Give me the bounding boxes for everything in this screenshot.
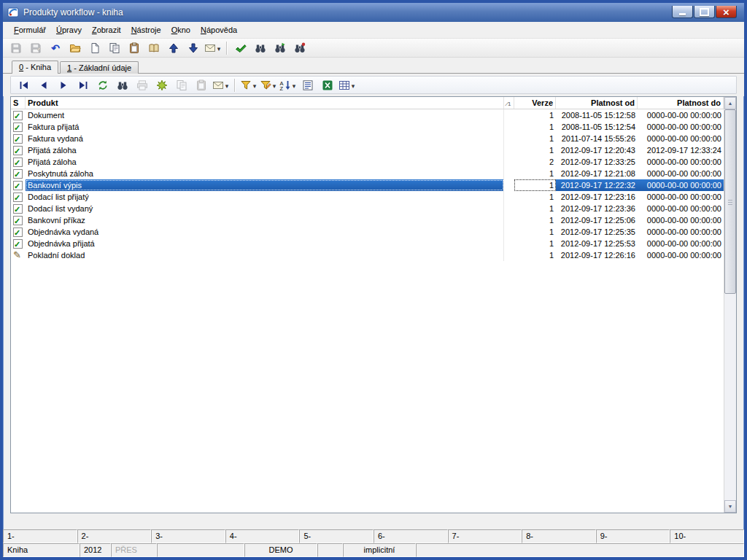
platnost-do-cell: 0000-00-00 00:00:00	[638, 191, 724, 203]
status-cell	[11, 133, 26, 144]
platnost-do-cell: 0000-00-00 00:00:00	[638, 238, 724, 249]
copy-button[interactable]	[105, 40, 124, 56]
column-header-platnost-od[interactable]: Platnost od	[556, 97, 638, 109]
print-icon	[136, 79, 148, 91]
menu-item-nastroje[interactable]: Nástroje	[126, 23, 166, 36]
status-checked-icon[interactable]	[13, 134, 23, 144]
new-document-button[interactable]	[85, 40, 104, 56]
move-down-button[interactable]	[184, 40, 203, 56]
grid-row[interactable]: Objednávka vydaná12012-09-17 12:25:35000…	[11, 226, 724, 238]
open-folder-button[interactable]	[66, 40, 85, 56]
undo-button[interactable]: ↶	[46, 40, 65, 56]
grid-row[interactable]: Pokladní doklad12012-09-17 12:26:160000-…	[11, 249, 724, 261]
platnost-do-cell: 0000-00-00 00:00:00	[638, 203, 724, 214]
find-special-button[interactable]	[290, 40, 309, 56]
status-checked-icon[interactable]	[13, 146, 23, 155]
nav-first-button[interactable]	[15, 77, 34, 93]
status-cell-2012: 2012	[80, 543, 111, 557]
status-checked-icon[interactable]	[13, 122, 23, 132]
grid-row[interactable]: Bankovní výpis12012-09-17 12:22:320000-0…	[11, 179, 724, 191]
grid-row[interactable]: Dokument12008-11-05 15:12:580000-00-00 0…	[11, 109, 724, 121]
filter-icon	[240, 79, 252, 91]
verze-cell: 1	[514, 249, 556, 261]
scroll-down-icon[interactable]	[724, 500, 736, 513]
star-button[interactable]	[152, 77, 171, 93]
excel-button[interactable]	[318, 77, 337, 93]
status-checked-icon[interactable]	[13, 111, 23, 120]
close-button[interactable]	[716, 6, 737, 18]
menu-item-napoveda[interactable]: Nápověda	[196, 23, 242, 36]
window-controls	[672, 6, 737, 18]
menu-item-zobrazit[interactable]: Zobrazit	[87, 23, 126, 36]
grid-row[interactable]: Poskytnutá záloha12012-09-17 12:21:08000…	[11, 168, 724, 179]
find-button[interactable]	[113, 77, 132, 93]
summary-button[interactable]	[298, 77, 317, 93]
grid-row[interactable]: Faktura přijatá12008-11-05 15:12:540000-…	[11, 121, 724, 133]
run-button[interactable]	[231, 40, 250, 56]
status-checked-icon[interactable]	[13, 204, 23, 214]
nav-next-button[interactable]	[54, 77, 73, 93]
find-button[interactable]	[251, 40, 270, 56]
status-checked-icon[interactable]	[13, 228, 23, 237]
minimize-button[interactable]	[672, 6, 693, 18]
move-up-button[interactable]	[164, 40, 183, 56]
status-cell	[11, 179, 26, 191]
dropdown-arrow-icon	[224, 81, 230, 90]
grid-row[interactable]: Bankovní příkaz12012-09-17 12:25:060000-…	[11, 214, 724, 226]
sort-cell	[504, 133, 514, 144]
table-view-button[interactable]	[338, 77, 357, 93]
tab-1-zakladni-udaje[interactable]: 1 - Základní údaje	[60, 61, 139, 74]
grid-row[interactable]: Přijatá záloha22012-09-17 12:33:250000-0…	[11, 156, 724, 168]
status-field-5: 5-	[299, 529, 374, 543]
nav-prev-button[interactable]	[34, 77, 53, 93]
mail-button[interactable]	[204, 40, 222, 56]
grid-row[interactable]: Faktura vydaná12011-07-14 15:55:260000-0…	[11, 133, 724, 144]
status-checked-icon[interactable]	[13, 158, 23, 167]
grid-row[interactable]: Dodací list vydaný12012-09-17 12:23:3600…	[11, 203, 724, 214]
find-next-icon	[274, 42, 286, 54]
mail-button[interactable]	[212, 77, 231, 93]
platnost-do-cell: 0000-00-00 00:00:00	[638, 133, 724, 144]
sort-az-button[interactable]: AZ	[279, 77, 298, 93]
grid-row[interactable]: Objednávka přijatá12012-09-17 12:25:5300…	[11, 238, 724, 249]
run-icon	[235, 42, 247, 54]
sort-indicator-column[interactable]: 1	[504, 97, 514, 109]
toolbar-separator	[226, 42, 228, 55]
menu-item-formular[interactable]: Formulář	[9, 23, 51, 36]
filter-button[interactable]	[239, 77, 258, 93]
tab-0-kniha[interactable]: 0 - Kniha	[12, 61, 58, 74]
paste-icon	[128, 42, 140, 54]
book-button[interactable]	[144, 40, 163, 56]
svg-text:Z: Z	[280, 85, 284, 91]
platnost-od-cell: 2008-11-05 15:12:58	[556, 109, 638, 121]
find-next-button[interactable]	[271, 40, 290, 56]
column-header-platnost-do[interactable]: Platnost do	[638, 97, 724, 109]
menu-item-okno[interactable]: Okno	[166, 23, 196, 36]
column-header-produkt[interactable]: Produkt	[26, 97, 504, 109]
platnost-od-cell: 2012-09-17 12:25:06	[556, 214, 638, 226]
nav-last-button[interactable]	[74, 77, 93, 93]
platnost-od-cell: 2012-09-17 12:21:08	[556, 168, 638, 179]
status-checked-icon[interactable]	[13, 181, 23, 190]
scroll-up-icon[interactable]	[724, 97, 736, 109]
minimize-icon	[679, 13, 686, 15]
copy-record-button	[172, 77, 191, 93]
grid-toolbar: AZ	[10, 76, 737, 94]
maximize-button[interactable]	[694, 6, 715, 18]
grid-row[interactable]: Přijatá záloha12012-09-17 12:20:432012-0…	[11, 144, 724, 156]
refresh-button[interactable]	[93, 77, 112, 93]
status-edit-icon[interactable]	[13, 251, 21, 260]
filter-edit-button[interactable]	[259, 77, 278, 93]
status-checked-icon[interactable]	[13, 192, 23, 202]
status-checked-icon[interactable]	[13, 216, 23, 225]
grid-row[interactable]: Dodací list přijatý12012-09-17 12:23:160…	[11, 191, 724, 203]
menu-item-upravy[interactable]: Úpravy	[51, 23, 87, 36]
column-header-s[interactable]: S	[11, 97, 26, 109]
column-header-verze[interactable]: Verze	[514, 97, 556, 109]
status-checked-icon[interactable]	[13, 239, 23, 249]
status-cell	[11, 249, 26, 261]
paste-button[interactable]	[125, 40, 144, 56]
vertical-scrollbar[interactable]	[724, 97, 736, 513]
status-checked-icon[interactable]	[13, 169, 23, 179]
scrollbar-thumb[interactable]	[724, 109, 736, 294]
